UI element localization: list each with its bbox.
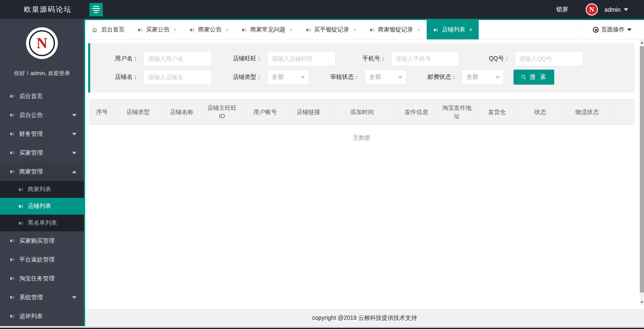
menu-bar-icon [94, 12, 98, 13]
speaker-icon [9, 131, 15, 137]
select-dropdown[interactable]: 全部 [267, 70, 309, 85]
username-label[interactable]: admin [605, 6, 621, 13]
column-header-label: 店铺链接 [297, 108, 320, 116]
sidebar-item[interactable]: 追评列表 [0, 307, 84, 326]
sidebar-subitem[interactable]: 店铺列表 [0, 198, 84, 215]
scroll-down-button[interactable] [640, 300, 644, 305]
close-icon[interactable]: × [469, 27, 472, 33]
chevron-up-icon [72, 171, 76, 173]
chevron-down-icon[interactable] [624, 8, 628, 11]
text-input[interactable] [391, 51, 459, 66]
user-avatar[interactable]: N [586, 3, 598, 16]
speaker-icon [9, 169, 15, 174]
chevron-down-icon [72, 152, 76, 154]
sidebar-item[interactable]: 平台返款管理 [0, 250, 84, 269]
speaker-icon [9, 257, 15, 262]
vertical-scrollbar[interactable] [640, 40, 644, 305]
scroll-up-button[interactable] [640, 40, 644, 45]
tabs: 后台首页买家公告×商家公告×商家常见问题×买手银锭记录×商家银锭记录×店铺列表× [85, 20, 479, 39]
triangle-down-icon [641, 301, 643, 303]
collapse-menu-button[interactable] [89, 3, 103, 16]
column-header: 状态 [517, 99, 563, 124]
sidebar-item[interactable]: 财务管理 [0, 124, 84, 143]
brand-title: 欧皇源码论坛 [24, 5, 75, 14]
tab[interactable]: 店铺列表× [427, 20, 479, 39]
chevron-down-icon [72, 114, 76, 117]
tab-label: 买家公告 [146, 26, 169, 34]
column-header: 店铺主旺旺ID [202, 99, 242, 124]
close-icon[interactable]: × [417, 27, 420, 33]
logo-ring: N [29, 30, 55, 56]
speaker-icon [189, 27, 195, 33]
tab-bar: 后台首页买家公告×商家公告×商家常见问题×买手银锭记录×商家银锭记录×店铺列表×… [85, 20, 644, 40]
select-caret-icon [301, 76, 305, 79]
content-area: 后台首页买家公告×商家公告×商家常见问题×买手银锭记录×商家银锭记录×店铺列表×… [85, 19, 644, 326]
chevron-down-icon [72, 296, 76, 299]
column-header-label: 淘宝发件地址 [440, 104, 474, 120]
text-input[interactable] [267, 51, 336, 66]
speaker-icon [369, 27, 375, 33]
sidebar-item[interactable]: 后台首页 [0, 87, 84, 106]
search-filter-panel: 用户名：店铺旺旺：手机号：QQ号：店铺名：店铺类型：全部审核状态：全部邮费状态：… [88, 43, 634, 93]
tab[interactable]: 后台首页 [85, 20, 131, 39]
text-input[interactable] [143, 51, 212, 66]
page-body: 用户名：店铺旺旺：手机号：QQ号：店铺名：店铺类型：全部审核状态：全部邮费状态：… [85, 40, 644, 309]
welcome-text: 你好！admin, 欢迎登录 [0, 70, 84, 77]
sidebar-item[interactable]: 买家管理 [0, 143, 84, 162]
column-header-label: 状态 [534, 108, 546, 116]
sidebar-item[interactable]: 系统管理 [0, 288, 84, 307]
field-label: 店铺类型： [219, 73, 262, 81]
speaker-icon [9, 238, 15, 244]
tab[interactable]: 商家公告× [183, 20, 235, 39]
field-label: 审核状态： [316, 73, 360, 81]
field-label: 手机号： [343, 55, 386, 62]
page-operations-label: 页面操作 [601, 26, 625, 34]
admin-app-window: 欧皇源码论坛 锁屏 N admin N 你好！admin, 欢迎登录 后台首页后… [0, 0, 644, 329]
field-label: 用户名： [95, 55, 138, 62]
select-dropdown[interactable]: 全部 [365, 70, 407, 85]
scrollbar-thumb[interactable] [640, 46, 644, 293]
tab[interactable]: 买家公告× [131, 20, 183, 39]
triangle-up-icon [641, 41, 643, 44]
sidebar-subitem[interactable]: 商家列表 [0, 181, 84, 198]
speaker-icon [9, 93, 15, 99]
sidebar-item-label: 淘宝任务管理 [19, 275, 55, 282]
radio-target-icon [593, 27, 599, 33]
sidebar-subitem[interactable]: 黑名单列表 [0, 215, 84, 231]
column-header [611, 99, 635, 124]
select-dropdown[interactable]: 全部 [462, 70, 504, 85]
chevron-down-icon [627, 28, 631, 31]
sidebar-item[interactable]: 淘宝任务管理 [0, 269, 84, 288]
sidebar: N 你好！admin, 欢迎登录 后台首页后台公告财务管理买家管理商家管理商家列… [0, 19, 85, 326]
speaker-icon [18, 187, 23, 192]
field-label: 邮费状态： [414, 73, 457, 81]
filter-row: 店铺名：店铺类型：全部审核状态：全部邮费状态：全部搜 索 [95, 70, 634, 85]
tab[interactable]: 买手银锭记录× [299, 20, 363, 39]
tab[interactable]: 商家常见问题× [235, 20, 299, 39]
tab-label: 后台首页 [101, 26, 125, 34]
column-header-label: 序号 [96, 108, 108, 116]
sidebar-item-label: 系统管理 [19, 294, 43, 301]
close-icon[interactable]: × [289, 27, 292, 33]
search-button[interactable]: 搜 索 [514, 70, 554, 85]
column-header: 店铺类型 [115, 99, 162, 124]
header-right-area: 锁屏 N admin [556, 3, 644, 16]
avatar-letter: N [589, 6, 594, 13]
close-icon[interactable]: × [173, 27, 177, 33]
text-input[interactable] [515, 51, 583, 66]
sidebar-subitem-label: 黑名单列表 [28, 219, 57, 227]
close-icon[interactable]: × [353, 27, 357, 33]
speaker-icon [9, 276, 15, 281]
sidebar-item[interactable]: 买家购买管理 [0, 231, 84, 250]
speaker-icon [18, 204, 23, 209]
tab[interactable]: 商家银锭记录× [363, 20, 427, 39]
text-input[interactable] [143, 70, 212, 85]
lock-screen-button[interactable]: 锁屏 [556, 6, 568, 13]
page-operations-button[interactable]: 页面操作 [581, 20, 644, 39]
sidebar-item-label: 买家购买管理 [19, 237, 55, 245]
close-icon[interactable]: × [225, 27, 229, 33]
top-header: 欧皇源码论坛 锁屏 N admin [0, 0, 644, 19]
sidebar-item[interactable]: 商家管理 [0, 162, 84, 181]
sidebar-item[interactable]: 后台公告 [0, 106, 84, 124]
copyright-text: copyright @2019 云梭科技提供技术支持 [312, 314, 417, 322]
